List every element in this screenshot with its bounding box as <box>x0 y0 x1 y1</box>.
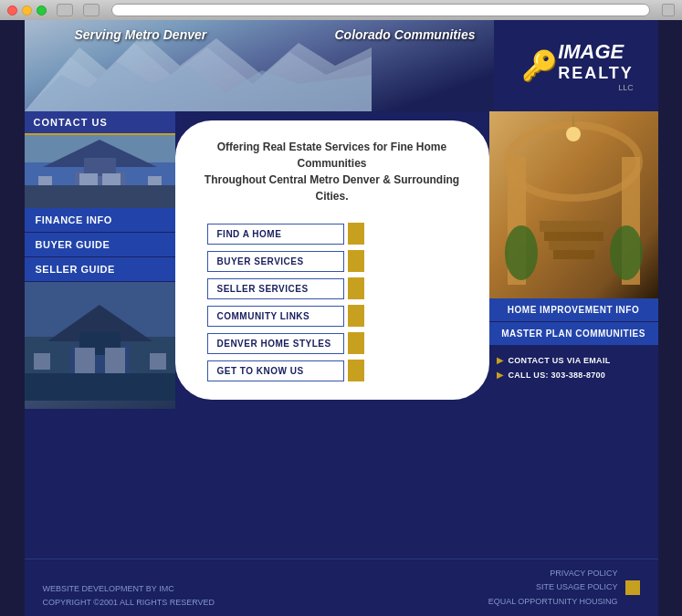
email-arrow-icon: ▶ <box>497 355 504 365</box>
logo-box: 🔑 IMAGE REALTY LLC <box>494 20 658 111</box>
denver-home-styles-arrow-icon <box>348 332 364 354</box>
contact-email-link[interactable]: ▶ CONTACT US VIA EMAIL <box>497 355 651 365</box>
minimize-dot[interactable] <box>22 5 32 16</box>
header-text-right: Colorado Communities <box>334 27 475 42</box>
footer-site-usage[interactable]: SITE USAGE POLICY <box>488 580 618 594</box>
contact-email-text: CONTACT US VIA EMAIL <box>509 356 611 365</box>
sidebar-item-seller-guide[interactable]: SELLER GUIDE <box>25 257 175 282</box>
svg-rect-18 <box>75 348 95 375</box>
contact-us-header: CONTACT US <box>25 111 175 135</box>
logo-image-text: IMAGE <box>558 40 634 64</box>
right-nav-master-plan[interactable]: MASTER PLAN COMMUNITIES <box>489 322 658 346</box>
svg-point-34 <box>505 225 538 280</box>
svg-rect-30 <box>549 241 599 250</box>
interior-image <box>489 111 658 298</box>
phone-arrow-icon: ▶ <box>497 370 504 380</box>
svg-point-35 <box>610 225 643 280</box>
sidebar-house-image <box>25 135 175 208</box>
svg-rect-21 <box>150 353 166 370</box>
sidebar-house-image-2 <box>25 282 175 409</box>
menu-item-denver-home-styles-label: DENVER HOME STYLES <box>207 333 344 354</box>
center-content: Offering Real Estate Services for Fine H… <box>175 120 489 400</box>
header-banner: Serving Metro Denver Colorado Communitie… <box>25 20 658 111</box>
sidebar-item-finance-info[interactable]: FINANCE INFO <box>25 208 175 233</box>
body-area: CONTACT US FINANCE INFO BUYER GUID <box>25 111 658 409</box>
svg-rect-29 <box>544 232 603 241</box>
main-container: Serving Metro Denver Colorado Communitie… <box>25 20 658 559</box>
menu-item-buyer-services-label: BUYER SERVICES <box>207 251 344 272</box>
logo-key-icon: 🔑 <box>521 48 558 83</box>
svg-rect-19 <box>105 348 125 375</box>
menu-item-denver-home-styles[interactable]: DENVER HOME STYLES <box>207 332 364 354</box>
menu-item-seller-services-label: SELLER SERVICES <box>207 278 344 299</box>
footer-right: PRIVACY POLICY SITE USAGE POLICY EQUAL O… <box>488 567 640 609</box>
maximize-dot[interactable] <box>37 5 47 16</box>
logo-text-group: IMAGE REALTY LLC <box>558 40 634 92</box>
footer-left: WEBSITE DEVELOPMENT BY IMC COPYRIGHT ©20… <box>43 582 215 609</box>
right-panel: HOME IMPROVEMENT INFO MASTER PLAN COMMUN… <box>489 111 658 409</box>
menu-item-seller-services[interactable]: SELLER SERVICES <box>207 277 364 299</box>
intro-text: Offering Real Estate Services for Fine H… <box>198 139 467 204</box>
find-home-arrow-icon <box>348 223 364 245</box>
footer-gold-box <box>625 580 640 595</box>
footer-equal-opp[interactable]: EQUAL OPPORTUNITY HOUSING <box>488 595 618 609</box>
footer-links: PRIVACY POLICY SITE USAGE POLICY EQUAL O… <box>488 567 618 609</box>
menu-item-community-links-label: COMMUNITY LINKS <box>207 306 344 327</box>
interior-svg <box>489 111 658 298</box>
right-nav-home-improvement[interactable]: HOME IMPROVEMENT INFO <box>489 298 658 322</box>
close-dot[interactable] <box>7 5 17 16</box>
logo-realty-text: REALTY <box>558 64 634 83</box>
contact-links: ▶ CONTACT US VIA EMAIL ▶ CALL US: 303-38… <box>489 346 658 393</box>
window-bar <box>0 0 682 20</box>
footer-copyright: COPYRIGHT ©2001 ALL RIGHTS RESERVED <box>43 596 215 609</box>
address-bar[interactable] <box>111 4 650 16</box>
menu-item-get-to-know-us-label: GET TO KNOW US <box>207 360 344 381</box>
logo-llc-text: LLC <box>558 83 634 92</box>
svg-rect-12 <box>25 185 175 208</box>
left-sidebar: CONTACT US FINANCE INFO BUYER GUID <box>25 111 175 409</box>
buyer-services-arrow-icon <box>348 250 364 272</box>
svg-rect-28 <box>540 221 608 232</box>
svg-rect-31 <box>553 250 594 259</box>
sidebar-nav: FINANCE INFO BUYER GUIDE SELLER GUIDE <box>25 208 175 282</box>
menu-item-get-to-know-us[interactable]: GET TO KNOW US <box>207 360 364 381</box>
header-text-left: Serving Metro Denver <box>75 27 207 42</box>
svg-point-32 <box>566 127 581 141</box>
svg-rect-20 <box>34 353 50 370</box>
back-button[interactable] <box>57 4 73 16</box>
footer-privacy[interactable]: PRIVACY POLICY <box>488 567 618 580</box>
menu-item-buyer-services[interactable]: BUYER SERVICES <box>207 250 364 272</box>
seller-services-arrow-icon <box>348 277 364 299</box>
sidebar-house-svg <box>25 135 175 208</box>
reload-button[interactable] <box>662 4 675 16</box>
footer: WEBSITE DEVELOPMENT BY IMC COPYRIGHT ©20… <box>25 559 658 616</box>
logo: 🔑 IMAGE REALTY LLC <box>518 40 634 92</box>
menu-item-community-links[interactable]: COMMUNITY LINKS <box>207 305 364 327</box>
sidebar-house-2-svg <box>25 282 175 401</box>
get-to-know-us-arrow-icon <box>348 360 364 381</box>
svg-rect-22 <box>25 373 175 401</box>
forward-button[interactable] <box>83 4 100 16</box>
community-links-arrow-icon <box>348 305 364 327</box>
menu-item-find-home-label: FIND A HOME <box>207 224 344 245</box>
menu-item-find-home[interactable]: FIND A HOME <box>207 223 364 245</box>
footer-dev-text: WEBSITE DEVELOPMENT BY IMC <box>43 582 215 595</box>
contact-phone-link[interactable]: ▶ CALL US: 303-388-8700 <box>497 370 651 380</box>
contact-phone-text: CALL US: 303-388-8700 <box>509 371 606 380</box>
sidebar-item-buyer-guide[interactable]: BUYER GUIDE <box>25 233 175 257</box>
menu-grid: FIND A HOME BUYER SERVICES SELLER SERVIC… <box>198 223 467 381</box>
